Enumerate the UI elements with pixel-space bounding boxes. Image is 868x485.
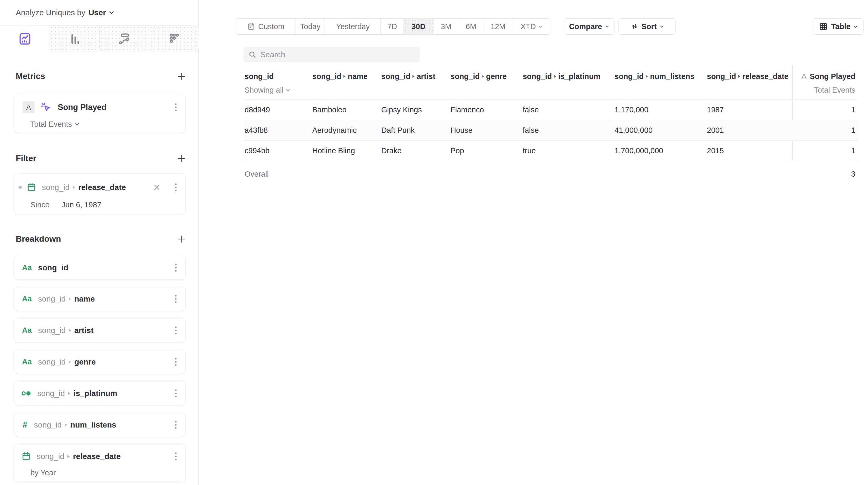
breakdown-item[interactable]: # song_id num_listens (14, 412, 186, 437)
analyze-entity-selector[interactable]: User (88, 8, 106, 17)
arrow-right-icon (69, 297, 71, 301)
remove-filter-icon[interactable] (154, 184, 160, 191)
series-letter: A (802, 72, 807, 81)
chevron-down-icon (109, 11, 114, 14)
breakdown-item[interactable]: Aa song_id genre (14, 349, 186, 374)
breakdown-property: genre (74, 358, 96, 366)
breakdown-item[interactable]: Aa song_id artist (14, 317, 186, 342)
date-range-12m[interactable]: 12M (483, 19, 513, 34)
metrics-title: Metrics (16, 71, 45, 81)
column-header[interactable]: song_idrelease_date (707, 69, 793, 83)
kebab-menu-icon[interactable] (173, 181, 179, 193)
text-icon: Aa (22, 358, 32, 366)
search-input[interactable] (260, 50, 415, 59)
breakdown-title: Breakdown (16, 234, 61, 244)
metric-aggregation-selector[interactable]: Total Events (30, 120, 72, 129)
filter-section-header: Filter (16, 154, 186, 163)
view-type-button[interactable]: Table (813, 19, 864, 35)
chevron-down-icon (286, 89, 290, 91)
breakdown-property: song_id (38, 263, 68, 272)
metric-column-header[interactable]: A Song Played (793, 69, 858, 83)
kebab-menu-icon[interactable] (173, 101, 179, 113)
chevron-down-icon (854, 26, 858, 28)
breakdown-section-header: Breakdown (16, 234, 186, 244)
filter-card[interactable]: song_id release_date Since Jun 6, 1987 (14, 174, 186, 214)
breakdown-item[interactable]: song_id release_date by Year (14, 444, 186, 482)
kebab-menu-icon[interactable] (173, 387, 179, 399)
column-header[interactable]: song_id (245, 69, 312, 83)
breakdown-item[interactable]: Aa song_id name (14, 286, 186, 311)
add-metric-button[interactable] (177, 72, 186, 81)
table-header-row: song_id song_idname song_idartist song_i… (245, 69, 858, 83)
table-row[interactable]: a43fb8 Aerodynamic Daft Punk House false… (245, 120, 858, 141)
tab-bar-chart[interactable] (50, 26, 99, 52)
column-header[interactable]: song_idis_platinum (523, 69, 615, 83)
table-row[interactable]: d8d949 Bamboleo Gipsy Kings Flamenco fal… (245, 100, 858, 120)
date-range-today[interactable]: Today (295, 19, 325, 34)
query-sidebar: Analyze Uniques by User (0, 0, 198, 485)
metric-card[interactable]: A Song Played Total Events (14, 94, 186, 133)
calendar-icon (247, 22, 255, 31)
date-range-xtd[interactable]: XTD (513, 19, 550, 34)
metric-event-name: Song Played (58, 102, 106, 112)
breakdown-bucket-selector[interactable]: by Year (30, 468, 56, 477)
flows-icon (118, 32, 131, 46)
date-range-3m[interactable]: 3M (433, 19, 459, 34)
search-field[interactable] (244, 47, 420, 62)
compare-button[interactable]: Compare (564, 19, 615, 35)
kebab-menu-icon[interactable] (173, 419, 179, 431)
column-header[interactable]: song_idgenre (451, 69, 523, 83)
kebab-menu-icon[interactable] (173, 324, 179, 336)
column-header[interactable]: song_idnum_listens (615, 69, 707, 83)
date-range-30d[interactable]: 30D (404, 19, 433, 34)
kebab-menu-icon[interactable] (173, 356, 179, 368)
breakdown-property: artist (74, 326, 93, 335)
series-badge: A (23, 101, 35, 113)
kebab-menu-icon[interactable] (173, 262, 179, 274)
date-range-custom[interactable]: Custom (236, 19, 295, 34)
arrow-right-icon (69, 329, 71, 332)
filter-value-selector[interactable]: Jun 6, 1987 (62, 201, 101, 209)
add-filter-button[interactable] (177, 154, 186, 163)
kebab-menu-icon[interactable] (173, 293, 179, 305)
filter-property-name: release_date (78, 183, 126, 192)
breakdown-item[interactable]: song_id is_platinum (14, 381, 186, 405)
date-range-6m[interactable]: 6M (459, 19, 483, 34)
number-icon: # (23, 420, 27, 430)
breakdown-item[interactable]: Aa song_id (14, 255, 186, 280)
insights-chart-icon (19, 32, 31, 46)
filter-operator-selector[interactable]: Since (30, 201, 50, 209)
table-subheader-row: Showing all Total Events (245, 83, 858, 97)
search-icon (248, 51, 257, 59)
column-header[interactable]: song_idname (312, 69, 381, 83)
overall-label: Overall (245, 161, 312, 187)
filter-property-prefix: song_id (42, 183, 69, 192)
arrow-right-icon (65, 423, 67, 426)
chevron-down-icon (538, 26, 542, 28)
tab-retention[interactable] (149, 26, 198, 52)
date-range-7d[interactable]: 7D (380, 19, 404, 34)
kebab-menu-icon[interactable] (173, 450, 179, 462)
add-breakdown-button[interactable] (177, 235, 186, 244)
analyze-label: Analyze Uniques by (16, 8, 85, 17)
filter-title: Filter (16, 154, 36, 163)
drag-handle-icon[interactable] (18, 184, 24, 190)
breakdown-property: is_platinum (73, 389, 117, 398)
bar-chart-icon (68, 32, 81, 46)
text-icon: Aa (22, 295, 32, 303)
arrow-right-icon (69, 360, 71, 363)
date-range-yesterday[interactable]: Yesterday (325, 19, 380, 34)
column-header[interactable]: song_idartist (381, 69, 451, 83)
metric-aggregation-subheader: Total Events (793, 83, 858, 97)
sort-button[interactable]: Sort (618, 19, 676, 35)
boolean-icon (21, 390, 33, 397)
showing-all-selector[interactable]: Showing all (245, 83, 312, 97)
chevron-down-icon (605, 26, 609, 28)
sort-arrows-icon (630, 23, 639, 30)
tab-insights[interactable] (0, 26, 50, 52)
table-grid-icon (819, 22, 828, 31)
table-row[interactable]: c994bb Hotline Bling Drake Pop true 1,70… (245, 141, 858, 161)
arrow-right-icon (73, 186, 75, 189)
report-type-tabs (0, 26, 198, 52)
tab-flows[interactable] (99, 26, 149, 52)
